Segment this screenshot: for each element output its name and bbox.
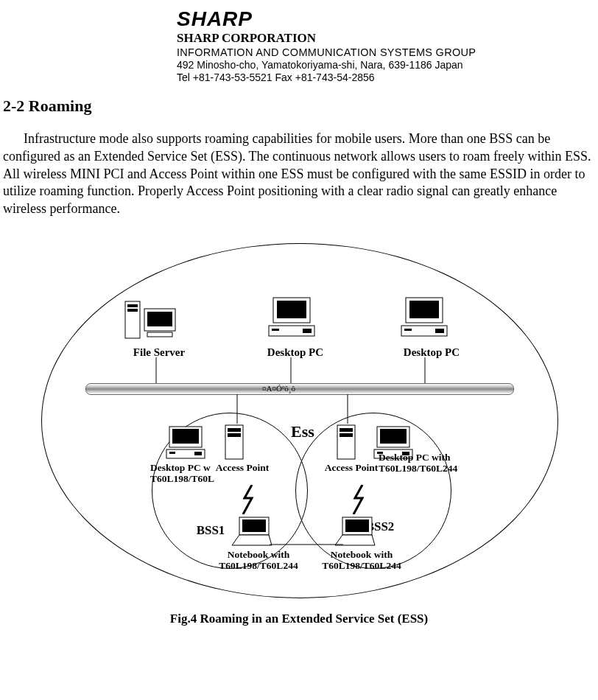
svg-rect-22 <box>172 429 199 444</box>
bss1-ap-label: Access Point <box>209 463 275 474</box>
bss2-desktop-label: Desktop PC with T60L198/T60L244 <box>379 452 474 475</box>
file-server-label: File Server <box>122 346 196 359</box>
corp-name: SHARP CORPORATION <box>177 31 598 46</box>
file-server-icon <box>122 298 181 343</box>
cable-drop-2 <box>290 357 292 387</box>
svg-rect-11 <box>303 329 312 333</box>
bss2-desktop-l1: Desktop PC with <box>379 452 451 463</box>
group-name: INFORMATION AND COMMUNICATION SYSTEMS GR… <box>177 46 598 58</box>
svg-rect-41 <box>345 519 369 532</box>
svg-rect-17 <box>435 329 444 333</box>
wireless-icon <box>242 485 256 514</box>
cable-drop-3 <box>424 357 426 387</box>
notebook2-label: Notebook with T60L198/T60L244 <box>314 550 409 572</box>
section-title: 2-2 Roaming <box>3 97 598 116</box>
svg-marker-39 <box>232 535 272 545</box>
bss1-desktop-l2: T60L198/T60L <box>150 473 214 484</box>
cable-drop-ap2 <box>347 394 348 424</box>
cable-text: ¤A¤Óºô¸ô <box>262 384 295 393</box>
svg-rect-2 <box>127 309 138 312</box>
backbone-cable <box>85 383 514 395</box>
address: 492 Minosho-cho, Yamatokoriyama-shi, Nar… <box>177 59 598 71</box>
cable-drop-1 <box>155 357 157 387</box>
figure-caption: Fig.4 Roaming in an Extended Service Set… <box>41 612 557 626</box>
notebook2-l1: Notebook with <box>331 549 393 560</box>
svg-rect-28 <box>228 433 241 437</box>
desktop-pc-label-1: Desktop PC <box>258 346 332 359</box>
access-point-icon <box>336 424 356 461</box>
desktop-pc-icon <box>266 295 317 339</box>
wireless-icon <box>352 485 367 514</box>
cable-drop-ap1 <box>236 394 238 424</box>
svg-rect-30 <box>340 428 353 432</box>
svg-rect-1 <box>127 304 138 307</box>
svg-rect-5 <box>147 332 172 337</box>
svg-rect-24 <box>169 452 175 454</box>
bss1-label: BSS1 <box>189 523 233 538</box>
body-paragraph: Infrastructure mode also supports roamin… <box>3 130 594 218</box>
bss2-desktop-l2: T60L198/T60L244 <box>379 463 457 474</box>
bss2-ap-label: Access Point <box>318 463 384 474</box>
logo: SHARP <box>177 9 598 29</box>
notebook-link <box>270 544 343 545</box>
desktop-pc-label-2: Desktop PC <box>395 346 468 359</box>
svg-rect-14 <box>409 301 439 318</box>
svg-rect-8 <box>277 301 306 318</box>
tel-fax: Tel +81-743-53-5521 Fax +81-743-54-2856 <box>177 71 598 83</box>
svg-rect-4 <box>147 312 172 326</box>
ess-label: Ess <box>284 422 321 441</box>
svg-rect-27 <box>228 428 241 432</box>
svg-rect-38 <box>242 519 266 532</box>
svg-rect-16 <box>404 329 412 331</box>
svg-rect-33 <box>380 429 407 444</box>
figure: File Server Desktop PC Desktop PC ¤A¤Óºô… <box>41 243 557 626</box>
bss1-desktop-l1: Desktop PC w <box>150 462 211 473</box>
svg-rect-25 <box>194 452 202 455</box>
letterhead: SHARP SHARP CORPORATION INFORMATION AND … <box>177 9 598 83</box>
notebook2-l2: T60L198/T60L244 <box>322 560 401 571</box>
notebook1-l1: Notebook with <box>228 549 289 560</box>
notebook-icon <box>229 516 273 548</box>
desktop-pc-icon <box>165 425 206 461</box>
svg-rect-31 <box>340 433 353 437</box>
desktop-pc-icon <box>398 295 450 339</box>
access-point-icon <box>224 424 245 461</box>
notebook1-label: Notebook with T60L198/T60L244 <box>211 550 306 572</box>
notebook1-l2: T60L198/T60L244 <box>219 560 298 571</box>
svg-rect-10 <box>272 329 279 331</box>
